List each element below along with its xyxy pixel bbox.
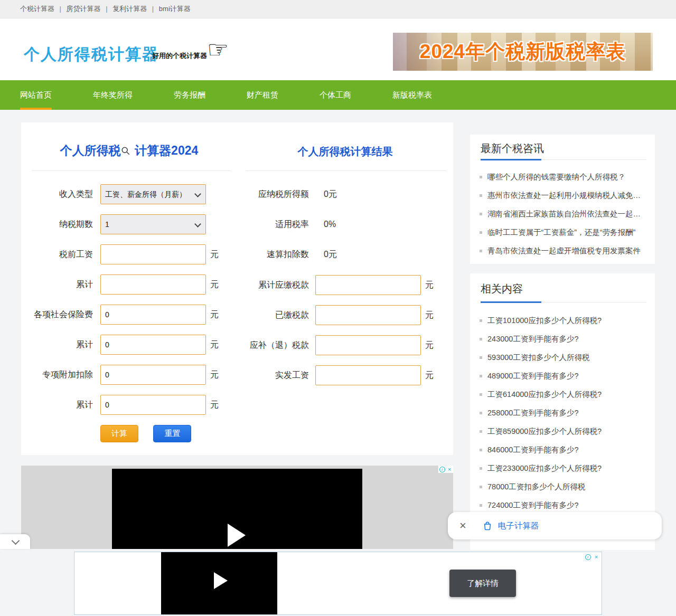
list-item: 青岛市依法查处一起虚开增值税专用发票案件 [480, 242, 645, 260]
sidebar-link[interactable]: 工资101000应扣多少个人所得税? [487, 316, 602, 326]
sidebar-link[interactable]: 工资859000应扣多少个人所得税? [487, 427, 602, 437]
sidebar-link[interactable]: 青岛市依法查处一起虚开增值税专用发票案件 [487, 246, 641, 256]
reset-button[interactable]: 重置 [153, 425, 191, 442]
news-list: 哪些个人所得的钱需要缴纳个人所得税？惠州市依法查处一起利用小规模纳税人减免增值.… [480, 168, 645, 260]
unit-label: 元 [425, 275, 434, 295]
calculator-form: 收入类型工资、薪金所得（月薪）纳税期数1税前工资元累计元各项社会保险费元累计元专… [21, 184, 237, 425]
result-input[interactable] [315, 305, 421, 325]
result-row: 适用税率0% [237, 214, 453, 234]
nav-item-财产租赁[interactable]: 财产租赁 [247, 80, 278, 110]
topbar-link[interactable]: bmi计算器 [159, 5, 191, 13]
topbar-link[interactable]: 复利计算器 [112, 5, 147, 13]
list-item: 258000工资到手能有多少? [480, 404, 645, 422]
float-widget-link[interactable]: 电子计算器 [498, 520, 539, 532]
field-input[interactable] [100, 274, 206, 295]
unit-label: 元 [425, 335, 434, 355]
bullet-icon [480, 430, 482, 433]
bullet-icon [480, 449, 482, 451]
field-input[interactable] [100, 335, 206, 355]
list-item: 惠州市依法查处一起利用小规模纳税人减免增值... [480, 186, 645, 205]
topbar-link[interactable]: 个税计算器 [20, 5, 54, 13]
sidebar-link[interactable]: 临时工工资属于“工资薪金”，还是“劳务报酬” [487, 228, 635, 238]
calculator-title-part1: 个人所得税 [60, 144, 121, 157]
search-icon [121, 145, 130, 159]
ad-info-icon[interactable]: i [584, 553, 592, 561]
banner-ad[interactable]: 2024年个税新版税率表 [393, 33, 653, 71]
shopping-bag-icon [482, 520, 493, 531]
ad-video-player[interactable] [112, 469, 362, 549]
field-input[interactable] [100, 244, 206, 264]
nav-item-新版税率表[interactable]: 新版税率表 [392, 80, 432, 110]
field-label: 纳税期数 [21, 214, 93, 234]
nav-item-个体工商[interactable]: 个体工商 [320, 80, 351, 110]
site-logo[interactable]: 个人所得税计算器 [24, 44, 159, 65]
result-input-row: 实发工资元 [237, 365, 453, 385]
learn-more-button[interactable]: 了解详情 [449, 570, 516, 597]
form-row: 各项社会保险费元 [21, 305, 237, 325]
bullet-icon [480, 213, 482, 215]
nav-item-网站首页[interactable]: 网站首页 [20, 80, 52, 110]
inline-ad: i × [21, 466, 453, 549]
sidebar-link[interactable]: 湖南省湘西土家族苗族自治州依法查处一起骗取... [487, 209, 645, 219]
ad-collapse-tab[interactable] [0, 534, 30, 549]
separator: | [58, 5, 63, 13]
sidebar-link[interactable]: 工资233000应扣多少个人所得税? [487, 463, 602, 473]
field-input[interactable] [100, 305, 206, 325]
sidebar-link[interactable]: 243000工资到手能有多少? [487, 334, 578, 344]
result-label: 应补（退）税款 [237, 335, 309, 355]
list-item: 593000工资扣多少个人所得税 [480, 348, 645, 367]
result-label: 累计应缴税款 [237, 275, 309, 295]
calculate-button[interactable]: 计算 [100, 425, 138, 442]
field-select[interactable]: 1 [100, 214, 206, 234]
unit-label: 元 [425, 305, 434, 325]
sidebar-link[interactable]: 78000工资扣多少个人所得税 [487, 482, 585, 492]
result-row: 应纳税所得额0元 [237, 184, 453, 204]
sidebar-link[interactable]: 惠州市依法查处一起利用小规模纳税人减免增值... [487, 191, 645, 201]
bullet-icon [480, 250, 482, 252]
sidebar-link[interactable]: 846000工资到手能有多少? [487, 445, 578, 455]
bullet-icon [480, 231, 482, 234]
result-input[interactable] [315, 335, 421, 355]
play-icon[interactable] [214, 572, 228, 589]
unit-label: 元 [210, 244, 219, 264]
sidebar-news-title: 最新个税咨讯 [481, 141, 544, 156]
sidebar-related-card: 相关内容 工资101000应扣多少个人所得税?243000工资到手能有多少?59… [470, 273, 655, 550]
ad-video-player[interactable] [161, 552, 277, 614]
field-input[interactable] [100, 395, 206, 415]
float-widget: × 电子计算器 [448, 512, 662, 539]
nav-item-年终奖所得[interactable]: 年终奖所得 [93, 80, 133, 110]
bullet-icon [480, 356, 482, 359]
list-item: 工资614000应扣多少个人所得税? [480, 385, 645, 404]
sidebar-link[interactable]: 593000工资扣多少个人所得税 [487, 353, 589, 363]
divider [246, 170, 446, 171]
sidebar-link[interactable]: 489000工资到手能有多少? [487, 371, 578, 381]
site-tagline: 好用的个税计算器 [152, 51, 207, 61]
result-value: 0元 [324, 184, 337, 204]
play-icon[interactable] [228, 524, 246, 547]
field-select[interactable]: 工资、薪金所得（月薪） [100, 184, 206, 204]
ad-close-icon[interactable]: × [593, 553, 600, 561]
field-label: 累计 [21, 274, 93, 295]
sidebar-link[interactable]: 哪些个人所得的钱需要缴纳个人所得税？ [487, 172, 625, 182]
adchoices: i × [438, 466, 453, 473]
bullet-icon [480, 319, 482, 322]
unit-label: 元 [210, 305, 219, 325]
main-nav: 网站首页年终奖所得劳务报酬财产租赁个体工商新版税率表 [0, 80, 676, 110]
field-input[interactable] [100, 365, 206, 385]
sidebar-link[interactable]: 258000工资到手能有多少? [487, 408, 578, 418]
heading-underline-accent [481, 159, 541, 160]
ad-close-icon[interactable]: × [446, 466, 453, 473]
result-input[interactable] [315, 365, 421, 385]
result-input-row: 已缴税款元 [237, 305, 453, 325]
form-row: 收入类型工资、薪金所得（月薪） [21, 184, 237, 204]
chevron-down-icon [12, 537, 20, 545]
close-icon[interactable]: × [459, 520, 466, 532]
result-input[interactable] [315, 275, 421, 295]
sidebar-link[interactable]: 工资614000应扣多少个人所得税? [487, 390, 602, 400]
sidebar-link[interactable]: 724000工资到手能有多少? [487, 500, 578, 510]
topbar-link[interactable]: 房贷计算器 [67, 5, 101, 13]
unit-label: 元 [210, 395, 219, 415]
nav-item-劳务报酬[interactable]: 劳务报酬 [174, 80, 205, 110]
ad-info-icon[interactable]: i [438, 466, 446, 473]
select-wrapper: 1 [100, 214, 206, 234]
